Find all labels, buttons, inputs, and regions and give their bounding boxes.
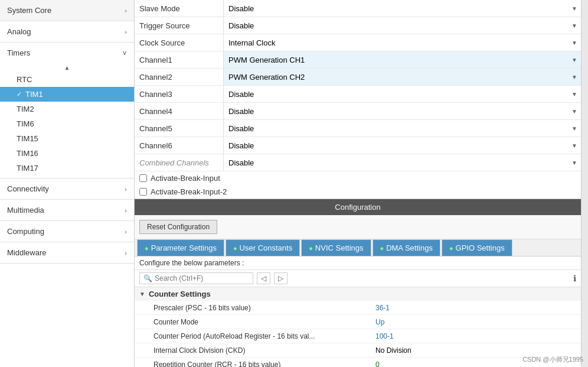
main-content: Slave Mode Disable ▼ Trigger Source Disa…: [135, 0, 581, 367]
collapse-icon-counter[interactable]: ▼: [139, 291, 145, 297]
sidebar-label-middleware: Middleware: [7, 248, 46, 257]
configuration-section: Configuration Reset Configuration ● Para…: [135, 199, 581, 367]
activate-break-input-row: Activate-Break-Input: [135, 171, 581, 185]
sidebar-item-analog[interactable]: Analog ›: [0, 21, 134, 42]
param-row-counter-mode: Counter Mode Up: [135, 315, 581, 329]
clock-source-select[interactable]: Internal Clock: [224, 34, 581, 51]
channel6-select-wrapper: Disable ▼: [223, 137, 581, 154]
channel1-label: Channel1: [135, 53, 223, 67]
activate-break-input-2-checkbox[interactable]: [139, 188, 147, 196]
tab-user-constants[interactable]: ● User Constants: [226, 239, 300, 256]
sidebar-item-tim6[interactable]: TIM6: [0, 116, 134, 131]
param-row-repetition-counter: Repetition Counter (RCR - 16 bits value)…: [135, 358, 581, 367]
tab-parameter-settings[interactable]: ● Parameter Settings: [137, 239, 224, 256]
sidebar-item-middleware[interactable]: Middleware ›: [0, 242, 134, 263]
combined-channels-select[interactable]: Disable: [224, 154, 581, 171]
search-bar: 🔍 ◁ ▷ ℹ: [135, 270, 581, 287]
sidebar-item-tim1[interactable]: ✓ TIM1: [0, 87, 134, 102]
tab-check-nvic: ●: [309, 245, 313, 252]
sidebar-section-analog: Analog ›: [0, 21, 134, 43]
prescaler-value: 36-1: [371, 302, 394, 314]
config-row-channel6: Channel6 Disable ▼: [135, 137, 581, 154]
sidebar-item-tim15[interactable]: TIM15: [0, 131, 134, 146]
combined-channels-label: Combined Channels: [135, 156, 223, 170]
tab-check-gpio: ●: [449, 245, 453, 252]
search-input[interactable]: [155, 274, 249, 282]
tim16-label: TIM16: [17, 149, 38, 158]
repetition-counter-name: Repetition Counter (RCR - 16 bits value): [135, 359, 371, 368]
info-icon: ℹ: [573, 274, 576, 283]
slave-mode-label: Slave Mode: [135, 2, 223, 15]
tab-dma-settings[interactable]: ● DMA Settings: [373, 239, 440, 256]
channel4-select-wrapper: Disable ▼: [223, 103, 581, 119]
activate-break-input-2-label: Activate-Break-Input-2: [151, 187, 227, 196]
trigger-source-label: Trigger Source: [135, 19, 223, 33]
sidebar-label-system-core: System Core: [7, 6, 51, 15]
sidebar-section-system-core: System Core ›: [0, 0, 134, 21]
sidebar-item-multimedia[interactable]: Multimedia ›: [0, 200, 134, 220]
activate-break-input-label: Activate-Break-Input: [151, 174, 220, 183]
watermark: CSDN @小师兄1995: [522, 355, 583, 364]
slave-mode-select[interactable]: Disable: [224, 0, 581, 17]
config-row-trigger-source: Trigger Source Disable ▼: [135, 17, 581, 34]
channel1-select[interactable]: PWM Generation CH1: [224, 51, 581, 68]
trigger-source-select-wrapper: Disable ▼: [223, 17, 581, 34]
channel3-select-wrapper: Disable ▼: [223, 86, 581, 102]
sidebar-item-connectivity[interactable]: Connectivity ›: [0, 178, 134, 199]
counter-mode-name: Counter Mode: [135, 316, 371, 328]
reset-configuration-button[interactable]: Reset Configuration: [139, 220, 217, 234]
config-row-clock-source: Clock Source Internal Clock ▼: [135, 34, 581, 51]
sidebar-section-computing: Computing ›: [0, 221, 134, 242]
tab-gpio-settings[interactable]: ● GPIO Settings: [442, 239, 512, 256]
sidebar-item-tim16[interactable]: TIM16: [0, 146, 134, 161]
counter-settings-label: Counter Settings: [149, 290, 211, 298]
scroll-up-indicator[interactable]: ▲: [0, 63, 134, 72]
sidebar-item-computing[interactable]: Computing ›: [0, 221, 134, 242]
search-icon: 🔍: [143, 274, 152, 282]
config-row-channel4: Channel4 Disable ▼: [135, 103, 581, 120]
internal-clock-division-name: Internal Clock Division (CKD): [135, 345, 371, 356]
channel3-label: Channel3: [135, 87, 223, 101]
config-row-channel2: Channel2 PWM Generation CH2 ▼: [135, 69, 581, 86]
slave-mode-select-wrapper: Disable ▼: [223, 0, 581, 17]
tab-check-dma: ●: [380, 245, 384, 252]
channel4-select[interactable]: Disable: [224, 103, 581, 119]
chevron-down-icon-timers: ∨: [122, 49, 127, 57]
chevron-right-icon-computing: ›: [125, 228, 127, 235]
sidebar-label-multimedia: Multimedia: [7, 206, 44, 215]
channel6-select[interactable]: Disable: [224, 137, 581, 154]
tabs-row: ● Parameter Settings ● User Constants ● …: [135, 239, 581, 256]
channel2-select[interactable]: PWM Generation CH2: [224, 69, 581, 85]
sidebar-label-analog: Analog: [7, 27, 31, 36]
tab-label-parameter-settings: Parameter Settings: [151, 243, 217, 252]
tab-nvic-settings[interactable]: ● NVIC Settings: [301, 239, 371, 256]
config-row-channel3: Channel3 Disable ▼: [135, 86, 581, 103]
sidebar-item-tim17[interactable]: TIM17: [0, 161, 134, 176]
sidebar-item-timers[interactable]: Timers ∨: [0, 43, 134, 63]
tab-label-gpio-settings: GPIO Settings: [456, 243, 505, 252]
tab-label-nvic-settings: NVIC Settings: [315, 243, 364, 252]
config-row-channel1: Channel1 PWM Generation CH1 ▼: [135, 51, 581, 69]
sidebar-label-computing: Computing: [7, 227, 44, 236]
right-scrollbar[interactable]: [581, 0, 588, 367]
sidebar-item-tim2[interactable]: TIM2: [0, 102, 134, 116]
sidebar-item-rtc[interactable]: RTC: [0, 72, 134, 87]
next-search-button[interactable]: ▷: [274, 272, 288, 284]
sidebar-item-system-core[interactable]: System Core ›: [0, 0, 134, 21]
counter-period-value: 100-1: [371, 330, 398, 342]
activate-break-input-checkbox[interactable]: [139, 174, 147, 182]
trigger-source-select[interactable]: Disable: [224, 17, 581, 34]
sidebar-section-timers: Timers ∨ ▲ RTC ✓ TIM1 TIM2 TIM6 TIM15 TI…: [0, 43, 134, 178]
channel5-label: Channel5: [135, 122, 223, 135]
channel5-select[interactable]: Disable: [224, 120, 581, 137]
config-row-channel5: Channel5 Disable ▼: [135, 120, 581, 137]
sidebar-section-connectivity: Connectivity ›: [0, 178, 134, 200]
internal-clock-division-value: No Division: [371, 345, 416, 356]
top-config-panel: Slave Mode Disable ▼ Trigger Source Disa…: [135, 0, 581, 199]
tim17-label: TIM17: [17, 164, 38, 173]
channel3-select[interactable]: Disable: [224, 86, 581, 102]
channel6-label: Channel6: [135, 139, 223, 152]
chevron-right-icon-multimedia: ›: [125, 207, 127, 214]
rtc-label: RTC: [17, 75, 32, 84]
prev-search-button[interactable]: ◁: [257, 272, 270, 284]
